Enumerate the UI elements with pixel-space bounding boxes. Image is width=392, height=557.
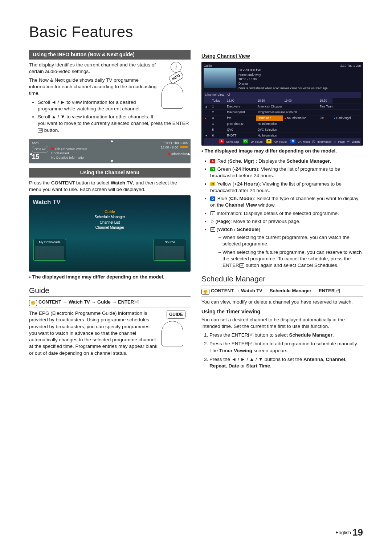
legend-item-page: ◇ (Page): Move to next or previous page. [210, 218, 363, 225]
info-bullet-scroll-ud: Scroll ▲ / ▼ to view information for oth… [38, 114, 191, 134]
section-bar-channel-menu: Using the Channel Menu [29, 168, 191, 178]
legend-item-green: B Green (-24 Hours): Viewing the list of… [210, 166, 363, 179]
timer-step-1: Press the ENTER⏎ button to select Schedu… [209, 332, 363, 338]
arrow-left-icon: ◄ [28, 151, 33, 157]
enter-icon: ⏎ [134, 300, 139, 304]
model-note-left: The displayed image may differ depending… [29, 274, 191, 280]
info-square-icon: i [210, 211, 215, 215]
info-remote-illustration: i INFO [162, 62, 191, 113]
guide-heading: Guide [29, 285, 191, 297]
info-osd-diagram: ▲ ▼ ◄ ► abc1 DTV Air 15 Life On Venus Av… [29, 139, 191, 164]
schedule-manager-nav-path: ✊CONTENT → Watch TV → Schedule Manager →… [201, 288, 363, 297]
arrow-up-icon: ▲ [110, 138, 114, 144]
blue-d-badge: D [210, 196, 215, 201]
enter-icon: ⏎ [335, 289, 340, 293]
section-bar-info: Using the INFO button (Now & Next guide) [29, 50, 191, 60]
timer-viewing-para: You can set a desired channel to be disp… [201, 317, 363, 330]
guide-thumbnail [204, 68, 236, 88]
legend-item-watch-schedule: ⏎ (Watch / Schedule) When selecting the … [210, 226, 363, 269]
enter-icon: ⏎ [248, 333, 253, 337]
ws-sub-2: When selecting the future programme, you… [222, 249, 363, 269]
legend-item-blue: D Blue (Ch. Mode): Select the type of ch… [210, 195, 363, 208]
guide-button-label: GUIDE [167, 310, 185, 319]
page-title: Basic Features [29, 22, 363, 42]
enter-icon: ⏎ [210, 227, 215, 232]
hand-icon [162, 321, 183, 346]
guide-nav-path: ✊CONTENT → Watch TV → Guide → ENTER⏎ [29, 299, 191, 308]
model-note-right: The displayed image may differ depending… [201, 148, 363, 154]
right-column: Using Channel View Guide2:10 Tue 1 Jun D… [201, 50, 363, 372]
enter-icon: ⏎ [38, 128, 43, 133]
arrow-down-icon: ▼ [110, 158, 114, 164]
enter-icon: ⏎ [239, 263, 244, 268]
timer-step-3: Press the ◄ / ► / ▲ / ▼ buttons to set t… [209, 356, 363, 369]
hand-icon [162, 83, 183, 109]
watch-tv-screenshot: Watch TV Guide Schedule Manager Channel … [29, 195, 191, 272]
channel-menu-para: Press the CONTENT button to select Watch… [29, 180, 191, 193]
arrow-right-icon: ► [187, 151, 191, 157]
legend-item-yellow: C Yellow (+24 Hours): Viewing the list o… [210, 181, 363, 194]
content-button-icon: ✊ [201, 289, 209, 295]
enter-icon: ⏎ [248, 342, 253, 346]
page-diamond-icon: ◇ [211, 218, 214, 225]
schedule-manager-para: You can view, modify or delete a channel… [201, 299, 363, 305]
red-a-badge: A [210, 159, 215, 163]
page-footer: English19 [335, 526, 363, 539]
timer-viewing-heading: Using the Timer Viewing [201, 308, 363, 315]
channel-view-heading: Using Channel View [201, 53, 363, 60]
guide-remote-illustration: GUIDE [162, 310, 191, 354]
yellow-c-badge: C [210, 182, 215, 186]
legend-item-red: A Red (Sche. Mgr) : Displays the Schedul… [210, 158, 363, 164]
channel-view-screenshot: Guide2:10 Tue 1 Jun DTV Air 800 fiveHome… [201, 62, 363, 146]
content-button-icon: ✊ [29, 300, 37, 306]
legend-item-info: i Information: Displays details of the s… [210, 210, 363, 217]
timer-step-2: Press the ENTER⏎ button to add programme… [209, 341, 363, 354]
guide-table: Today18:0018:3019:0019:30 ▲1DiscoveryAme… [204, 98, 361, 138]
ws-sub-1: When selecting the current programme, yo… [222, 234, 363, 247]
green-b-badge: B [210, 167, 215, 171]
left-column: Using the INFO button (Now & Next guide)… [29, 50, 191, 372]
schedule-manager-heading: Schedule Manager [201, 274, 363, 285]
